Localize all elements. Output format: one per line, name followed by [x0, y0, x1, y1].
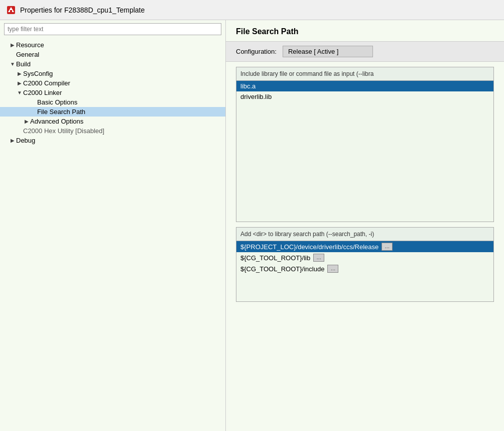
tree-label-resource: Resource [16, 41, 44, 49]
include-library-list: libc.a driverlib.lib [236, 81, 493, 222]
tree-label-advancedoptions: Advanced Options [30, 118, 83, 125]
tree-label-general: General [16, 51, 39, 58]
tree-label-basicoptions: Basic Options [37, 98, 77, 106]
list-item-libc-label: libc.a [240, 82, 256, 90]
list-item-cgtoolroot-include[interactable]: ${CG_TOOL_ROOT}/include … [236, 263, 493, 274]
window-title: Properties for F28388D_cpu1_Template [20, 6, 145, 14]
list-item-libc[interactable]: libc.a [236, 81, 493, 91]
tree-item-sysconfig[interactable]: ▶ SysConfig [0, 69, 225, 78]
list-item-projloc[interactable]: ${PROJECT_LOC}/device/driverlib/ccs/Rele… [236, 241, 493, 252]
tree-item-basicoptions[interactable]: ▶ Basic Options [0, 97, 225, 107]
section-include-library: Include library file or command file as … [236, 67, 494, 222]
list-item-driverlib[interactable]: driverlib.lib [236, 91, 493, 102]
tree-item-resource[interactable]: ▶ Resource [0, 40, 225, 50]
list-item-projloc-label: ${PROJECT_LOC}/device/driverlib/ccs/Rele… [240, 243, 379, 251]
filter-input[interactable] [4, 23, 221, 35]
config-value[interactable]: Release [ Active ] [283, 46, 373, 57]
page-title: File Search Path [236, 27, 494, 36]
tree-label-sysconfig: SysConfig [23, 70, 53, 77]
right-content: Include library file or command file as … [226, 62, 504, 431]
right-panel: File Search Path Configuration: Release … [226, 20, 504, 431]
config-label: Configuration: [236, 48, 277, 55]
title-bar: Properties for F28388D_cpu1_Template [0, 0, 504, 20]
right-header: File Search Path [226, 20, 504, 41]
section-search-path-header: Add <dir> to library search path (--sear… [236, 228, 493, 241]
arrow-build: ▼ [9, 61, 16, 67]
list-item-cgtoolroot-lib[interactable]: ${CG_TOOL_ROOT}/lib … [236, 252, 493, 263]
list-item-cgtoolroot-include-label: ${CG_TOOL_ROOT}/include [240, 265, 324, 273]
svg-rect-2 [10, 10, 12, 12]
arrow-c2000compiler: ▶ [16, 80, 23, 86]
list-item-driverlib-label: driverlib.lib [240, 93, 272, 100]
tree-item-advancedoptions[interactable]: ▶ Advanced Options [0, 117, 225, 126]
arrow-sysconfig: ▶ [16, 71, 23, 76]
arrow-advancedoptions: ▶ [23, 119, 30, 124]
tree-label-filesearchpath: File Search Path [37, 108, 85, 116]
tree-item-general[interactable]: ▶ General [0, 50, 225, 59]
tree-label-c2000linker: C2000 Linker [23, 89, 62, 96]
app-icon [6, 5, 16, 15]
tree-label-debug: Debug [16, 137, 35, 144]
arrow-resource: ▶ [9, 42, 16, 48]
tree-item-filesearchpath[interactable]: ▶ File Search Path [0, 107, 225, 117]
arrow-debug: ▶ [9, 138, 16, 143]
browse-cgtoolroot-include-button[interactable]: … [327, 265, 338, 273]
tree-label-build: Build [16, 60, 31, 68]
config-bar: Configuration: Release [ Active ] [226, 41, 504, 62]
tree-item-debug[interactable]: ▶ Debug [0, 136, 225, 145]
search-path-list: ${PROJECT_LOC}/device/driverlib/ccs/Rele… [236, 241, 493, 301]
tree-area: ▶ Resource ▶ General ▼ Build ▶ SysConfig [0, 38, 225, 431]
tree-item-build[interactable]: ▼ Build [0, 59, 225, 69]
tree-label-c2000compiler: C2000 Compiler [23, 79, 70, 87]
section-search-path: Add <dir> to library search path (--sear… [236, 227, 494, 302]
main-layout: ▶ Resource ▶ General ▼ Build ▶ SysConfig [0, 20, 504, 431]
arrow-c2000linker: ▼ [16, 90, 23, 95]
browse-projloc-button[interactable]: … [382, 243, 393, 251]
left-panel: ▶ Resource ▶ General ▼ Build ▶ SysConfig [0, 20, 226, 431]
tree-item-c2000hexutility[interactable]: ▶ C2000 Hex Utility [Disabled] [0, 126, 225, 136]
list-item-cgtoolroot-lib-label: ${CG_TOOL_ROOT}/lib [240, 254, 310, 262]
tree-label-c2000hexutility: C2000 Hex Utility [Disabled] [23, 127, 104, 135]
browse-cgtoolroot-lib-button[interactable]: … [313, 254, 324, 262]
tree-item-c2000linker[interactable]: ▼ C2000 Linker [0, 88, 225, 97]
tree-item-c2000compiler[interactable]: ▶ C2000 Compiler [0, 78, 225, 88]
section-include-library-header: Include library file or command file as … [236, 67, 493, 81]
